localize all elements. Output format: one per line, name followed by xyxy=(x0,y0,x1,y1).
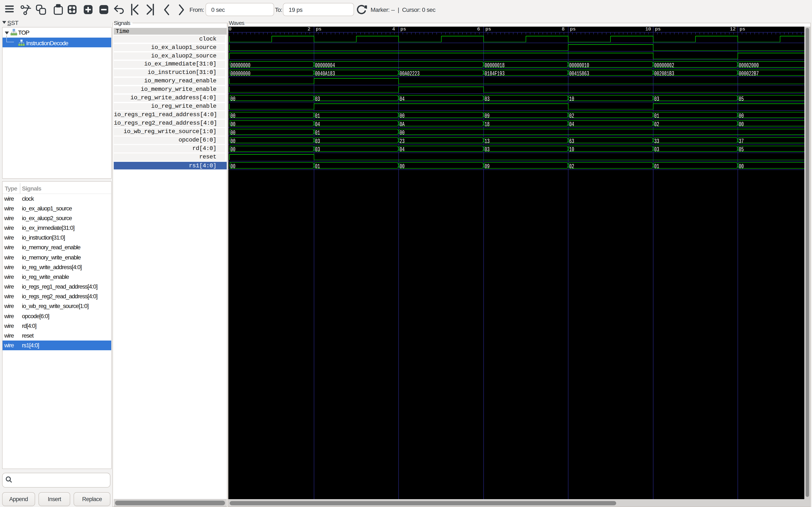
svg-text:8: 8 xyxy=(562,26,565,32)
svg-text:03: 03 xyxy=(315,146,320,153)
svg-text:04: 04 xyxy=(400,146,405,153)
svg-text:13: 13 xyxy=(485,138,490,145)
svg-text:0040A183: 0040A183 xyxy=(315,70,335,77)
svg-text:00000000: 00000000 xyxy=(231,70,250,77)
svg-text:0184F193: 0184F193 xyxy=(485,70,505,77)
svg-text:37: 37 xyxy=(739,138,744,145)
svg-text:00000000: 00000000 xyxy=(231,62,250,69)
svg-text:12: 12 xyxy=(730,26,735,32)
svg-text:01: 01 xyxy=(315,163,320,170)
svg-text:10: 10 xyxy=(569,96,574,103)
svg-text:09: 09 xyxy=(485,163,490,170)
svg-text:00415863: 00415863 xyxy=(569,70,589,77)
svg-text:10: 10 xyxy=(569,146,574,153)
svg-text:03: 03 xyxy=(485,96,490,103)
svg-text:03: 03 xyxy=(654,96,659,103)
svg-text:4: 4 xyxy=(392,26,395,32)
svg-text:00: 00 xyxy=(231,129,236,136)
svg-text:00002000: 00002000 xyxy=(739,62,759,69)
svg-text:00000002: 00000002 xyxy=(654,62,674,69)
svg-text:23: 23 xyxy=(400,138,405,145)
svg-text:00: 00 xyxy=(231,121,236,128)
svg-text:000022B7: 000022B7 xyxy=(739,70,759,77)
svg-text:01: 01 xyxy=(654,163,659,170)
svg-text:03: 03 xyxy=(315,96,320,103)
svg-text:04: 04 xyxy=(569,121,574,128)
svg-text:18: 18 xyxy=(485,121,490,128)
svg-text:01: 01 xyxy=(654,113,659,120)
svg-text:00: 00 xyxy=(400,113,405,120)
svg-text:10: 10 xyxy=(645,26,651,32)
svg-text:0A: 0A xyxy=(400,121,405,128)
svg-text:00000018: 00000018 xyxy=(485,62,505,69)
svg-text:ps: ps xyxy=(570,26,575,32)
svg-text:04: 04 xyxy=(400,96,405,103)
svg-text:002081B3: 002081B3 xyxy=(654,70,674,77)
svg-text:02: 02 xyxy=(654,121,659,128)
svg-text:00: 00 xyxy=(739,163,744,170)
svg-text:ps: ps xyxy=(655,26,661,32)
svg-text:ps: ps xyxy=(316,26,321,32)
svg-text:02: 02 xyxy=(569,113,574,120)
svg-text:00: 00 xyxy=(739,113,744,120)
svg-text:00: 00 xyxy=(231,146,236,153)
svg-text:03: 03 xyxy=(315,138,320,145)
svg-text:ps: ps xyxy=(400,26,406,32)
svg-text:09: 09 xyxy=(485,113,490,120)
svg-text:00: 00 xyxy=(231,96,236,103)
svg-text:04: 04 xyxy=(315,121,320,128)
svg-text:05: 05 xyxy=(739,96,744,103)
svg-text:6: 6 xyxy=(477,26,480,32)
svg-text:02: 02 xyxy=(569,163,574,170)
svg-text:00: 00 xyxy=(231,163,236,170)
svg-text:00000004: 00000004 xyxy=(315,62,335,69)
svg-text:03: 03 xyxy=(485,146,490,153)
svg-text:00: 00 xyxy=(739,121,744,128)
svg-text:2: 2 xyxy=(307,26,310,32)
svg-text:00: 00 xyxy=(400,129,405,136)
svg-text:05: 05 xyxy=(739,146,744,153)
svg-text:01: 01 xyxy=(315,113,320,120)
svg-text:00A02223: 00A02223 xyxy=(400,70,419,77)
svg-text:ps: ps xyxy=(740,26,745,32)
svg-text:00: 00 xyxy=(231,113,236,120)
svg-text:33: 33 xyxy=(654,138,659,145)
svg-text:03: 03 xyxy=(654,146,659,153)
svg-text:0: 0 xyxy=(229,26,232,32)
svg-text:01: 01 xyxy=(315,129,320,136)
svg-text:00: 00 xyxy=(231,138,236,145)
svg-text:63: 63 xyxy=(569,138,574,145)
svg-text:00000010: 00000010 xyxy=(569,62,589,69)
svg-text:00: 00 xyxy=(400,163,405,170)
svg-text:ps: ps xyxy=(485,26,491,32)
